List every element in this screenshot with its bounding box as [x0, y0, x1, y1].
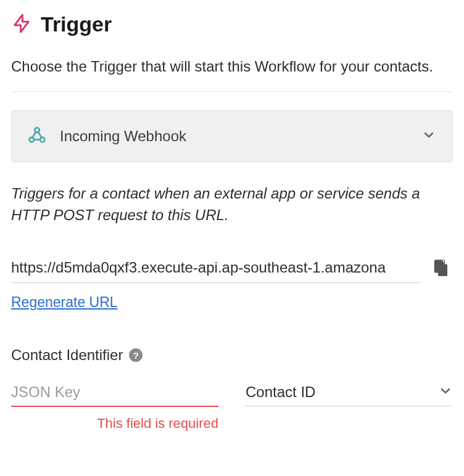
id-type-value: Contact ID: [246, 384, 315, 401]
trigger-type-label: Incoming Webhook: [60, 128, 408, 145]
json-key-input[interactable]: [11, 381, 218, 407]
webhook-url-row: [11, 255, 453, 283]
divider: [11, 91, 453, 92]
chevron-down-icon: [421, 128, 436, 145]
page-header: Trigger: [11, 12, 453, 36]
contact-identifier-fields: This field is required Contact ID: [11, 381, 453, 432]
page-description: Choose the Trigger that will start this …: [11, 56, 453, 78]
copy-url-button[interactable]: [429, 256, 453, 282]
contact-identifier-label: Contact Identifier: [11, 347, 123, 364]
svg-rect-6: [435, 261, 444, 273]
webhook-url-input[interactable]: [11, 255, 421, 283]
id-type-column: Contact ID: [246, 381, 453, 432]
json-key-column: This field is required: [11, 381, 218, 432]
webhook-icon: [28, 126, 46, 147]
page-title: Trigger: [41, 12, 112, 36]
chevron-down-icon: [438, 384, 453, 401]
trigger-description: Triggers for a contact when an external …: [11, 183, 453, 226]
json-key-error: This field is required: [11, 416, 218, 432]
trigger-type-select[interactable]: Incoming Webhook: [11, 110, 453, 162]
help-icon[interactable]: ?: [129, 348, 143, 362]
contact-identifier-label-row: Contact Identifier ?: [11, 347, 453, 364]
bolt-icon: [11, 13, 32, 36]
copy-icon: [432, 270, 450, 279]
id-type-select[interactable]: Contact ID: [246, 381, 453, 406]
regenerate-url-link[interactable]: Regenerate URL: [11, 294, 118, 311]
